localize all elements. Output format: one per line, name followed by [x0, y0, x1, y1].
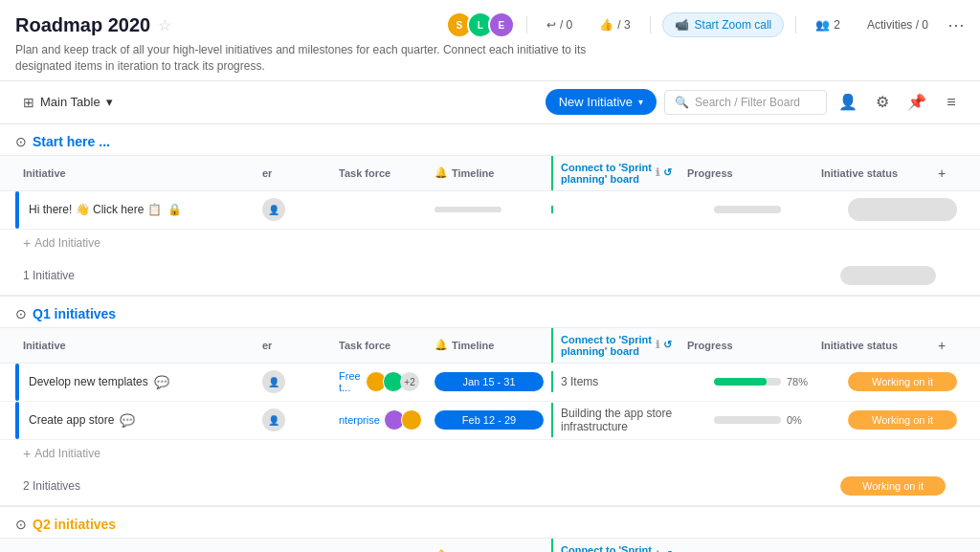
taskforce-label: Free t... — [339, 370, 362, 393]
table-row: Hi there! 👋 Click here 📋 🔒 👤 — [0, 191, 980, 230]
add-initiative-row[interactable]: + Add Initiative — [0, 230, 980, 256]
status-badge[interactable]: Working on it — [848, 410, 957, 430]
comment-icon[interactable]: 💬 — [154, 375, 169, 389]
col-timeline-header: 🔔 Timeline — [427, 333, 551, 357]
row-timeline-cell — [427, 203, 551, 216]
row-name-cell: Hi there! 👋 Click here 📋 🔒 — [23, 199, 255, 220]
col-timeline-header: 🔔 Timeline — [427, 161, 551, 185]
row-border — [15, 191, 19, 229]
col-progress-header: Progress — [679, 334, 813, 357]
add-initiative-row[interactable]: + Add Initiative — [0, 440, 980, 467]
reaction-icon: ↩ — [546, 18, 556, 32]
divider — [526, 16, 527, 33]
divider — [650, 16, 651, 33]
pin-icon-btn[interactable]: 📌 — [903, 89, 930, 116]
row-connect-cell: Building the app store infrastructure — [551, 403, 706, 437]
activities-action[interactable]: Activities / 0 — [859, 14, 936, 35]
reactions-action[interactable]: ↩ / 0 — [539, 14, 580, 35]
add-label: Add Initiative — [34, 447, 100, 460]
status-badge — [848, 198, 957, 221]
reactions-count: / 0 — [560, 18, 572, 32]
col-owner-header: er — [255, 334, 331, 357]
row-taskforce-cell[interactable]: Free t... +2 — [331, 366, 427, 397]
group-toggle-icon[interactable]: ⊙ — [15, 134, 27, 149]
owner-avatar[interactable]: 👤 — [262, 370, 285, 393]
main-content: ⊙ Start here ... Initiative er Task forc… — [0, 124, 980, 552]
likes-action[interactable]: 👍 / 3 — [591, 14, 637, 35]
row-timeline-cell: Jan 15 - 31 — [427, 368, 551, 395]
more-options-icon[interactable]: ⋯ — [947, 14, 965, 35]
row-name[interactable]: Create app store — [29, 413, 114, 427]
col-add-header[interactable]: + — [938, 166, 965, 181]
info-icon[interactable]: ℹ — [656, 166, 659, 179]
group-q1-title[interactable]: Q1 initiatives — [33, 306, 116, 321]
summary-status-bar: Working on it — [840, 476, 946, 496]
search-input[interactable]: 🔍 Search / Filter Board — [664, 90, 827, 115]
zoom-icon: 📹 — [675, 18, 689, 32]
group-toggle-icon[interactable]: ⊙ — [15, 517, 27, 532]
chevron-down-icon: ▾ — [106, 95, 113, 109]
star-icon[interactable]: ☆ — [158, 16, 171, 34]
add-label: Add Initiative — [34, 236, 100, 250]
row-border — [15, 364, 19, 401]
lock-icon: 🔒 — [167, 203, 182, 216]
avatar: E — [488, 11, 515, 38]
group-start-here: ⊙ Start here ... Initiative er Task forc… — [0, 124, 980, 297]
refresh-icon[interactable]: ↺ — [663, 339, 672, 351]
row-taskforce-cell[interactable]: nterprise — [331, 406, 427, 434]
zoom-call-button[interactable]: 📹 Start Zoom call — [662, 12, 785, 37]
table-selector[interactable]: ⊞ Main Table ▾ — [15, 91, 121, 114]
group-toggle-icon[interactable]: ⊙ — [15, 306, 27, 321]
people-count: 2 — [834, 18, 840, 32]
col-taskforce-header: Task force — [331, 334, 427, 357]
progress-bar — [714, 378, 781, 386]
grid-icon: ⊞ — [23, 95, 34, 110]
row-taskforce-cell — [331, 206, 427, 213]
people-action[interactable]: 👥 2 — [808, 14, 848, 35]
owner-avatar[interactable]: 👤 — [262, 198, 285, 221]
summary-status — [833, 262, 957, 289]
timeline-pill[interactable]: Jan 15 - 31 — [434, 372, 544, 391]
comment-icon[interactable]: 💬 — [120, 413, 135, 428]
col-timeline-header: 🔔 Timeline — [427, 543, 551, 552]
col-add-header[interactable]: + — [938, 338, 965, 353]
col-owner-header: er — [255, 162, 331, 185]
col-add-header[interactable]: + — [938, 548, 965, 552]
row-name[interactable]: Hi there! 👋 Click here 📋 — [29, 203, 162, 216]
col-headers-q2: Initiative er Task force 🔔 Timeline Conn… — [0, 538, 980, 552]
col-taskforce-header: Task force — [331, 162, 427, 185]
taskforce-label: nterprise — [339, 414, 380, 426]
owner-avatar[interactable]: 👤 — [262, 408, 285, 431]
col-progress-header: Progress — [679, 162, 813, 185]
col-name-header: Initiative — [15, 334, 255, 357]
summary-count: 2 Initiatives — [23, 479, 234, 493]
table-row: Develop new templates 💬 👤 Free t... +2 J… — [0, 364, 980, 402]
row-connect-cell: 3 Items — [551, 371, 706, 392]
refresh-icon[interactable]: ↺ — [663, 166, 672, 179]
likes-icon: 👍 — [599, 18, 613, 32]
summary-row-q1: 2 Initiatives Working on it — [0, 467, 980, 507]
group-title[interactable]: Start here ... — [33, 134, 110, 149]
group-q2-title[interactable]: Q2 initiatives — [33, 517, 116, 532]
profile-icon-btn[interactable]: 👤 — [835, 89, 861, 116]
col-status-header: Initiative status — [813, 544, 938, 552]
settings-icon-btn[interactable]: ⚙ — [869, 89, 896, 116]
col-connect-header: Connect to 'Sprint planning' board ℹ ↺ — [551, 156, 679, 190]
timeline-pill[interactable]: Feb 12 - 29 — [434, 410, 544, 430]
avatar-group[interactable]: S L E — [446, 11, 515, 38]
connect-items-label: 3 Items — [561, 375, 598, 388]
table-label: Main Table — [40, 95, 100, 109]
people-icon: 👥 — [815, 18, 830, 32]
col-status-header: Initiative status — [813, 162, 938, 185]
filter-icon-btn[interactable]: ≡ — [938, 89, 965, 116]
table-row: Create app store 💬 👤 nterprise Feb 12 - … — [0, 402, 980, 440]
status-badge[interactable]: Working on it — [848, 372, 957, 391]
search-icon: 🔍 — [675, 96, 689, 109]
col-owner-header: er — [255, 544, 331, 552]
row-owner-cell: 👤 — [255, 194, 331, 225]
new-initiative-button[interactable]: New Initiative ▾ — [546, 89, 657, 115]
row-name-cell: Develop new templates 💬 — [23, 371, 255, 393]
col-name-header: Initiative — [15, 162, 255, 185]
row-name[interactable]: Develop new templates — [29, 375, 148, 388]
info-icon[interactable]: ℹ — [656, 339, 659, 351]
